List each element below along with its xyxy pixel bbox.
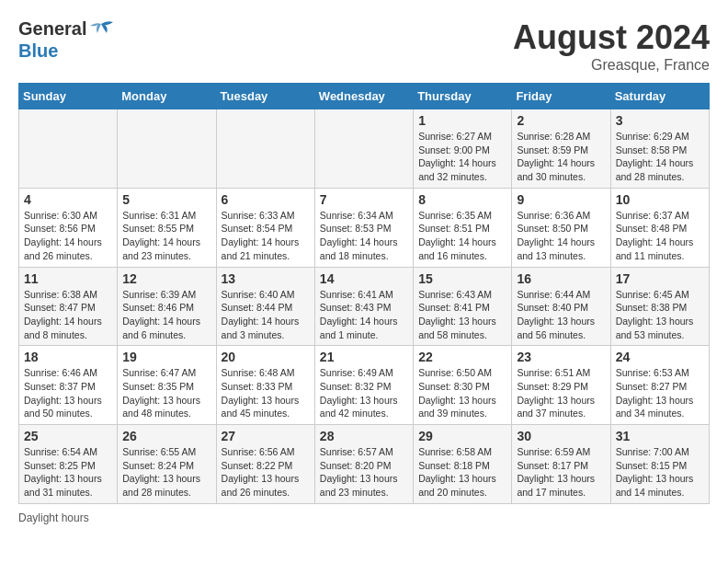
page-header: General Blue August 2024 Greasque, Franc… [18, 18, 710, 74]
day-info: Sunrise: 6:47 AM Sunset: 8:35 PM Dayligh… [122, 366, 210, 420]
day-cell: 30Sunrise: 6:59 AM Sunset: 8:17 PM Dayli… [512, 425, 610, 504]
day-info: Sunrise: 6:38 AM Sunset: 8:47 PM Dayligh… [24, 288, 112, 342]
header-day-tuesday: Tuesday [216, 84, 314, 109]
day-cell: 13Sunrise: 6:40 AM Sunset: 8:44 PM Dayli… [216, 267, 314, 346]
logo: General Blue [18, 18, 114, 62]
day-number: 22 [418, 350, 506, 364]
header-day-saturday: Saturday [610, 84, 709, 109]
day-info: Sunrise: 6:50 AM Sunset: 8:30 PM Dayligh… [418, 366, 506, 420]
day-info: Sunrise: 6:36 AM Sunset: 8:50 PM Dayligh… [517, 209, 605, 263]
day-info: Sunrise: 6:27 AM Sunset: 9:00 PM Dayligh… [418, 130, 506, 184]
logo-text: General Blue [18, 18, 114, 62]
week-row-1: 1Sunrise: 6:27 AM Sunset: 9:00 PM Daylig… [19, 109, 710, 189]
day-info: Sunrise: 6:35 AM Sunset: 8:51 PM Dayligh… [418, 209, 506, 263]
day-number: 26 [122, 429, 210, 443]
day-number: 31 [616, 429, 704, 443]
day-number: 1 [418, 113, 506, 128]
header-day-thursday: Thursday [414, 84, 512, 109]
header-day-friday: Friday [512, 84, 610, 109]
day-number: 7 [320, 192, 408, 207]
day-cell: 5Sunrise: 6:31 AM Sunset: 8:55 PM Daylig… [118, 188, 216, 267]
day-info: Sunrise: 6:46 AM Sunset: 8:37 PM Dayligh… [24, 366, 112, 420]
week-row-5: 25Sunrise: 6:54 AM Sunset: 8:25 PM Dayli… [19, 425, 710, 504]
day-cell: 28Sunrise: 6:57 AM Sunset: 8:20 PM Dayli… [314, 425, 413, 504]
day-cell: 20Sunrise: 6:48 AM Sunset: 8:33 PM Dayli… [216, 346, 314, 425]
logo-bird-icon [88, 20, 114, 40]
day-info: Sunrise: 6:45 AM Sunset: 8:38 PM Dayligh… [616, 288, 704, 342]
day-number: 2 [517, 113, 605, 128]
day-number: 4 [24, 192, 112, 207]
week-row-4: 18Sunrise: 6:46 AM Sunset: 8:37 PM Dayli… [19, 346, 710, 425]
day-info: Sunrise: 6:59 AM Sunset: 8:17 PM Dayligh… [517, 445, 605, 500]
day-number: 8 [418, 192, 506, 207]
day-info: Sunrise: 6:37 AM Sunset: 8:48 PM Dayligh… [616, 209, 704, 263]
day-number: 11 [24, 271, 112, 286]
day-cell: 15Sunrise: 6:43 AM Sunset: 8:41 PM Dayli… [414, 267, 512, 346]
day-number: 3 [616, 113, 704, 128]
day-number: 23 [517, 350, 605, 364]
day-number: 24 [616, 350, 704, 364]
day-cell: 31Sunrise: 7:00 AM Sunset: 8:15 PM Dayli… [610, 425, 709, 504]
day-number: 25 [24, 429, 112, 443]
day-info: Sunrise: 6:30 AM Sunset: 8:56 PM Dayligh… [24, 209, 112, 263]
day-info: Sunrise: 6:34 AM Sunset: 8:53 PM Dayligh… [320, 209, 408, 263]
calendar-table: SundayMondayTuesdayWednesdayThursdayFrid… [18, 83, 710, 504]
day-info: Sunrise: 6:39 AM Sunset: 8:46 PM Dayligh… [122, 288, 210, 342]
day-info: Sunrise: 6:29 AM Sunset: 8:58 PM Dayligh… [616, 130, 704, 184]
day-cell [216, 109, 314, 189]
header-row: SundayMondayTuesdayWednesdayThursdayFrid… [19, 84, 710, 109]
day-cell: 19Sunrise: 6:47 AM Sunset: 8:35 PM Dayli… [118, 346, 216, 425]
day-cell: 8Sunrise: 6:35 AM Sunset: 8:51 PM Daylig… [414, 188, 512, 267]
day-number: 18 [24, 350, 112, 364]
week-row-2: 4Sunrise: 6:30 AM Sunset: 8:56 PM Daylig… [19, 188, 710, 267]
day-cell: 25Sunrise: 6:54 AM Sunset: 8:25 PM Dayli… [19, 425, 118, 504]
day-info: Sunrise: 6:57 AM Sunset: 8:20 PM Dayligh… [320, 445, 408, 500]
day-cell: 22Sunrise: 6:50 AM Sunset: 8:30 PM Dayli… [414, 346, 512, 425]
day-number: 13 [222, 271, 310, 286]
day-number: 21 [320, 350, 408, 364]
day-info: Sunrise: 6:43 AM Sunset: 8:41 PM Dayligh… [418, 288, 506, 342]
day-cell: 10Sunrise: 6:37 AM Sunset: 8:48 PM Dayli… [610, 188, 709, 267]
title-block: August 2024 Greasque, France [513, 18, 710, 74]
day-info: Sunrise: 6:53 AM Sunset: 8:27 PM Dayligh… [616, 366, 704, 420]
day-number: 10 [616, 192, 704, 207]
day-number: 15 [418, 271, 506, 286]
logo-blue-text: Blue [18, 40, 114, 62]
header-day-sunday: Sunday [19, 84, 118, 109]
day-cell: 16Sunrise: 6:44 AM Sunset: 8:40 PM Dayli… [512, 267, 610, 346]
day-number: 17 [616, 271, 704, 286]
day-cell [19, 109, 118, 189]
day-number: 6 [222, 192, 310, 207]
day-info: Sunrise: 6:48 AM Sunset: 8:33 PM Dayligh… [222, 366, 310, 420]
calendar-header: SundayMondayTuesdayWednesdayThursdayFrid… [19, 84, 710, 109]
day-cell: 12Sunrise: 6:39 AM Sunset: 8:46 PM Dayli… [118, 267, 216, 346]
day-number: 14 [320, 271, 408, 286]
day-info: Sunrise: 6:54 AM Sunset: 8:25 PM Dayligh… [24, 445, 112, 500]
day-number: 16 [517, 271, 605, 286]
week-row-3: 11Sunrise: 6:38 AM Sunset: 8:47 PM Dayli… [19, 267, 710, 346]
day-info: Sunrise: 6:41 AM Sunset: 8:43 PM Dayligh… [320, 288, 408, 342]
day-info: Sunrise: 6:31 AM Sunset: 8:55 PM Dayligh… [122, 209, 210, 263]
day-cell: 24Sunrise: 6:53 AM Sunset: 8:27 PM Dayli… [610, 346, 709, 425]
day-number: 30 [517, 429, 605, 443]
day-info: Sunrise: 6:40 AM Sunset: 8:44 PM Dayligh… [222, 288, 310, 342]
day-number: 27 [222, 429, 310, 443]
day-info: Sunrise: 6:44 AM Sunset: 8:40 PM Dayligh… [517, 288, 605, 342]
day-cell: 17Sunrise: 6:45 AM Sunset: 8:38 PM Dayli… [610, 267, 709, 346]
day-number: 9 [517, 192, 605, 207]
day-number: 29 [418, 429, 506, 443]
day-info: Sunrise: 6:28 AM Sunset: 8:59 PM Dayligh… [517, 130, 605, 184]
day-number: 12 [122, 271, 210, 286]
day-cell: 27Sunrise: 6:56 AM Sunset: 8:22 PM Dayli… [216, 425, 314, 504]
day-info: Sunrise: 6:33 AM Sunset: 8:54 PM Dayligh… [222, 209, 310, 263]
day-cell: 7Sunrise: 6:34 AM Sunset: 8:53 PM Daylig… [314, 188, 413, 267]
day-cell [118, 109, 216, 189]
day-info: Sunrise: 6:56 AM Sunset: 8:22 PM Dayligh… [222, 445, 310, 500]
day-info: Sunrise: 6:51 AM Sunset: 8:29 PM Dayligh… [517, 366, 605, 420]
day-info: Sunrise: 6:58 AM Sunset: 8:18 PM Dayligh… [418, 445, 506, 500]
day-cell: 21Sunrise: 6:49 AM Sunset: 8:32 PM Dayli… [314, 346, 413, 425]
calendar-body: 1Sunrise: 6:27 AM Sunset: 9:00 PM Daylig… [19, 109, 710, 504]
footer: Daylight hours [18, 511, 710, 524]
day-cell: 2Sunrise: 6:28 AM Sunset: 8:59 PM Daylig… [512, 109, 610, 189]
day-info: Sunrise: 7:00 AM Sunset: 8:15 PM Dayligh… [616, 445, 704, 500]
